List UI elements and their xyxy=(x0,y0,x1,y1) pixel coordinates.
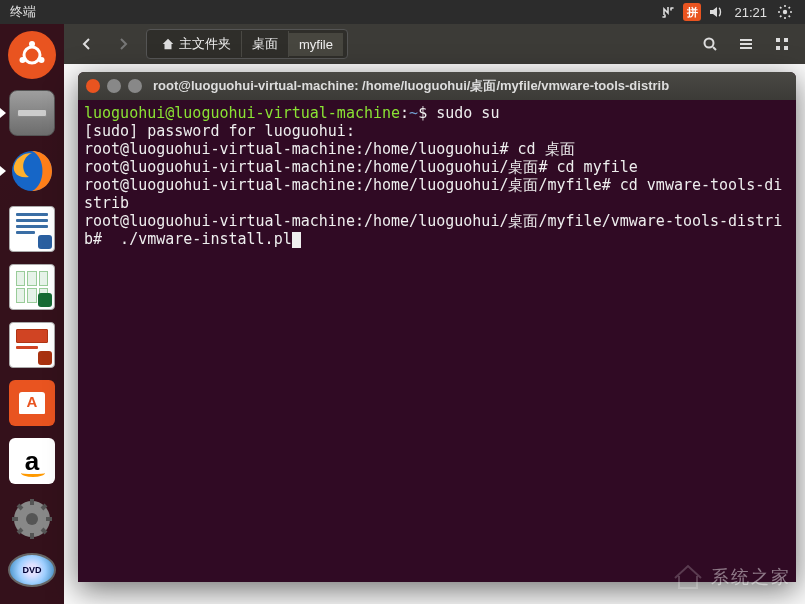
svg-point-1 xyxy=(24,47,40,63)
launcher-settings[interactable] xyxy=(5,492,59,546)
svg-point-3 xyxy=(20,57,26,63)
disc-icon: DVD xyxy=(8,553,56,587)
launcher-dash[interactable] xyxy=(5,28,59,82)
path-home[interactable]: 主文件夹 xyxy=(151,31,242,57)
svg-rect-13 xyxy=(784,38,788,42)
watermark: 系统之家 xyxy=(671,560,791,594)
launcher-writer[interactable] xyxy=(5,202,59,256)
window-minimize-button[interactable] xyxy=(107,79,121,93)
home-icon xyxy=(161,37,175,51)
path-seg-2[interactable]: myfile xyxy=(289,33,343,56)
calc-icon xyxy=(9,264,55,310)
launcher: a DVD xyxy=(0,24,64,604)
svg-rect-11 xyxy=(740,47,752,49)
watermark-text: 系统之家 xyxy=(711,565,791,589)
terminal-title-text: root@luoguohui-virtual-machine: /home/lu… xyxy=(153,77,669,95)
path-home-label: 主文件夹 xyxy=(179,35,231,53)
watermark-icon xyxy=(671,560,705,594)
search-button[interactable] xyxy=(693,29,727,59)
terminal-titlebar[interactable]: root@luoguohui-virtual-machine: /home/lu… xyxy=(78,72,796,100)
svg-rect-12 xyxy=(776,38,780,42)
file-manager-toolbar: 主文件夹 桌面 myfile xyxy=(64,24,805,64)
launcher-amazon[interactable]: a xyxy=(5,434,59,488)
window-close-button[interactable] xyxy=(86,79,100,93)
active-app-title: 终端 xyxy=(10,3,36,21)
terminal-window: root@luoguohui-virtual-machine: /home/lu… xyxy=(78,72,796,582)
terminal-body[interactable]: luoguohui@luoguohui-virtual-machine:~$ s… xyxy=(78,100,796,582)
clock[interactable]: 21:21 xyxy=(734,5,767,20)
impress-icon xyxy=(9,322,55,368)
writer-icon xyxy=(9,206,55,252)
svg-point-4 xyxy=(39,57,45,63)
svg-point-7 xyxy=(26,513,38,525)
view-list-button[interactable] xyxy=(729,29,763,59)
path-seg-1[interactable]: 桌面 xyxy=(242,31,289,57)
svg-rect-15 xyxy=(784,46,788,50)
launcher-disc[interactable]: DVD xyxy=(5,550,59,590)
launcher-files[interactable] xyxy=(5,86,59,140)
firefox-icon xyxy=(9,148,55,194)
nav-forward-button[interactable] xyxy=(106,29,140,59)
svg-point-8 xyxy=(705,39,714,48)
svg-rect-10 xyxy=(740,43,752,45)
software-center-icon xyxy=(9,380,55,426)
window-maximize-button[interactable] xyxy=(128,79,142,93)
svg-point-0 xyxy=(783,10,787,14)
launcher-software[interactable] xyxy=(5,376,59,430)
launcher-impress[interactable] xyxy=(5,318,59,372)
svg-point-2 xyxy=(29,41,35,47)
settings-icon xyxy=(9,496,55,542)
ime-indicator[interactable]: 拼 xyxy=(681,1,703,23)
desktop: 终端 拼 21:21 xyxy=(0,0,805,604)
amazon-icon: a xyxy=(9,438,55,484)
path-bar: 主文件夹 桌面 myfile xyxy=(146,29,348,59)
launcher-firefox[interactable] xyxy=(5,144,59,198)
gear-icon[interactable] xyxy=(774,1,796,23)
network-icon[interactable] xyxy=(657,1,679,23)
top-panel: 终端 拼 21:21 xyxy=(0,0,805,24)
launcher-calc[interactable] xyxy=(5,260,59,314)
sound-icon[interactable] xyxy=(705,1,727,23)
svg-rect-9 xyxy=(740,39,752,41)
files-icon xyxy=(9,90,55,136)
svg-rect-14 xyxy=(776,46,780,50)
ubuntu-logo-icon xyxy=(8,31,56,79)
view-grid-button[interactable] xyxy=(765,29,799,59)
nav-back-button[interactable] xyxy=(70,29,104,59)
